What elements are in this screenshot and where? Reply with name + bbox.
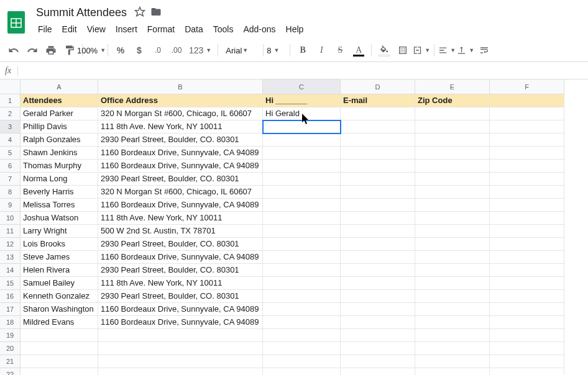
- cell-F1[interactable]: [490, 94, 564, 107]
- cell-E5[interactable]: [415, 147, 490, 160]
- cell-B5[interactable]: 1160 Bordeaux Drive, Sunnyvale, CA 94089: [98, 147, 263, 160]
- cell-C22[interactable]: [263, 368, 341, 375]
- cell-D11[interactable]: [341, 225, 415, 238]
- row-header-17[interactable]: 17: [0, 303, 21, 316]
- print-button[interactable]: [42, 42, 60, 59]
- cell-D21[interactable]: [341, 355, 415, 368]
- cell-D8[interactable]: [341, 186, 415, 199]
- folder-icon[interactable]: [150, 6, 162, 19]
- cell-B4[interactable]: 2930 Pearl Street, Boulder, CO. 80301: [98, 133, 263, 147]
- vertical-align-button[interactable]: ▼: [457, 42, 474, 59]
- cell-C1[interactable]: Hi _______: [263, 94, 341, 107]
- percent-format-button[interactable]: %: [112, 42, 129, 59]
- cell-F7[interactable]: [490, 173, 564, 186]
- bold-button[interactable]: B: [294, 42, 311, 59]
- cell-D17[interactable]: [341, 303, 415, 316]
- cell-B17[interactable]: 1160 Bordeaux Drive, Sunnyvale, CA 94089: [98, 303, 263, 316]
- decimal-decrease-button[interactable]: .0: [149, 42, 167, 59]
- cell-B9[interactable]: 1160 Bordeaux Drive, Sunnyvale, CA 94089: [98, 199, 263, 212]
- cell-A4[interactable]: Ralph Gonzales: [21, 133, 98, 147]
- menu-insert[interactable]: Insert: [111, 22, 142, 37]
- row-header-12[interactable]: 12: [0, 238, 21, 251]
- cell-A22[interactable]: [21, 368, 98, 375]
- cell-E13[interactable]: [415, 251, 490, 264]
- row-header-10[interactable]: 10: [0, 212, 21, 225]
- cell-F3[interactable]: [490, 120, 564, 133]
- sheets-app-icon[interactable]: [5, 9, 27, 36]
- cell-F14[interactable]: [490, 264, 564, 277]
- cell-F15[interactable]: [490, 277, 564, 290]
- decimal-increase-button[interactable]: .00: [168, 42, 185, 59]
- cell-D10[interactable]: [341, 212, 415, 225]
- row-header-14[interactable]: 14: [0, 264, 21, 277]
- menu-addons[interactable]: Add-ons: [239, 22, 280, 37]
- cell-F9[interactable]: [490, 199, 564, 212]
- cell-F16[interactable]: [490, 290, 564, 303]
- cell-E10[interactable]: [415, 212, 490, 225]
- cell-D4[interactable]: [341, 133, 415, 147]
- row-header-9[interactable]: 9: [0, 199, 21, 212]
- cell-C14[interactable]: [263, 264, 341, 277]
- cell-B19[interactable]: [98, 329, 263, 342]
- cell-D1[interactable]: E-mail: [341, 94, 415, 107]
- cell-B22[interactable]: [98, 368, 263, 375]
- cell-D16[interactable]: [341, 290, 415, 303]
- cell-A8[interactable]: Beverly Harris: [21, 186, 98, 199]
- row-header-21[interactable]: 21: [0, 355, 21, 368]
- cell-D19[interactable]: [341, 329, 415, 342]
- cell-C6[interactable]: [263, 160, 341, 173]
- cell-B15[interactable]: 111 8th Ave. New York, NY 10011: [98, 277, 263, 290]
- star-icon[interactable]: [134, 6, 145, 19]
- column-header-E[interactable]: E: [415, 79, 490, 94]
- paint-format-button[interactable]: [61, 42, 78, 59]
- cell-B7[interactable]: 2930 Pearl Street, Boulder, CO. 80301: [98, 173, 263, 186]
- cell-C7[interactable]: [263, 173, 341, 186]
- cell-E19[interactable]: [415, 329, 490, 342]
- cell-D2[interactable]: [341, 107, 415, 120]
- cell-C20[interactable]: [263, 342, 341, 355]
- font-select[interactable]: Arial▼: [222, 42, 259, 59]
- cell-C21[interactable]: [263, 355, 341, 368]
- cell-A20[interactable]: [21, 342, 98, 355]
- cell-A17[interactable]: Sharon Washington: [21, 303, 98, 316]
- cell-D12[interactable]: [341, 238, 415, 251]
- cell-C16[interactable]: [263, 290, 341, 303]
- cell-F20[interactable]: [490, 342, 564, 355]
- cell-D15[interactable]: [341, 277, 415, 290]
- cell-C13[interactable]: [263, 251, 341, 264]
- document-title[interactable]: Summit Attendees: [34, 5, 129, 20]
- cell-E22[interactable]: [415, 368, 490, 375]
- cell-F13[interactable]: [490, 251, 564, 264]
- cell-B8[interactable]: 320 N Morgan St #600, Chicago, IL 60607: [98, 186, 263, 199]
- cell-E9[interactable]: [415, 199, 490, 212]
- cell-F10[interactable]: [490, 212, 564, 225]
- row-header-18[interactable]: 18: [0, 316, 21, 329]
- undo-button[interactable]: [5, 42, 22, 59]
- horizontal-align-button[interactable]: ▼: [438, 42, 456, 59]
- column-header-D[interactable]: D: [341, 79, 415, 94]
- row-header-16[interactable]: 16: [0, 290, 21, 303]
- cell-C11[interactable]: [263, 225, 341, 238]
- merge-cells-button[interactable]: ▼: [413, 42, 430, 59]
- cell-C19[interactable]: [263, 329, 341, 342]
- cell-B2[interactable]: 320 N Morgan St #600, Chicago, IL 60607: [98, 107, 263, 120]
- cell-D20[interactable]: [341, 342, 415, 355]
- cell-F21[interactable]: [490, 355, 564, 368]
- cell-E1[interactable]: Zip Code: [415, 94, 490, 107]
- select-all-corner[interactable]: [0, 79, 21, 94]
- row-header-15[interactable]: 15: [0, 277, 21, 290]
- row-header-13[interactable]: 13: [0, 251, 21, 264]
- cell-A1[interactable]: Attendees: [21, 94, 98, 107]
- cell-A19[interactable]: [21, 329, 98, 342]
- cell-D9[interactable]: [341, 199, 415, 212]
- cell-F12[interactable]: [490, 238, 564, 251]
- cell-C8[interactable]: [263, 186, 341, 199]
- cell-A6[interactable]: Thomas Murphy: [21, 160, 98, 173]
- cell-C17[interactable]: [263, 303, 341, 316]
- cell-F4[interactable]: [490, 133, 564, 147]
- cell-B18[interactable]: 1160 Bordeaux Drive, Sunnyvale, CA 94089: [98, 316, 263, 329]
- cell-D3[interactable]: [341, 120, 415, 133]
- cell-D14[interactable]: [341, 264, 415, 277]
- cell-E15[interactable]: [415, 277, 490, 290]
- column-header-B[interactable]: B: [98, 79, 263, 94]
